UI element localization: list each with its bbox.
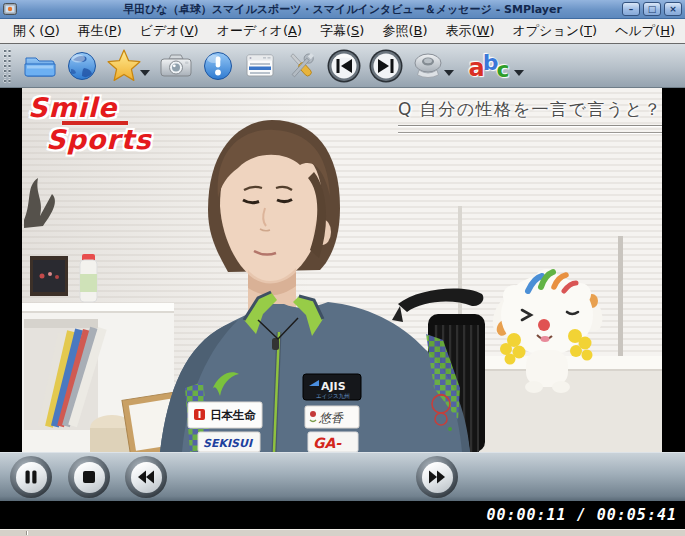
pause-button[interactable]: [10, 456, 52, 498]
svg-text:SEKISUI: SEKISUI: [203, 437, 254, 450]
smplayer-window: 早田ひな（卓球）スマイルスポーツ・スマイルインタビュー＆メッセージ - SMPl…: [0, 0, 685, 536]
window-bottom-frame: [0, 529, 685, 536]
menu-options[interactable]: オプション(T): [503, 19, 606, 43]
previous-icon: [326, 48, 362, 84]
stop-icon: [81, 469, 97, 485]
globe-icon: [65, 49, 99, 83]
favorites-button[interactable]: [105, 46, 143, 86]
playlist-button[interactable]: [241, 46, 279, 86]
playlist-icon: [243, 49, 277, 83]
next-button[interactable]: [367, 46, 405, 86]
plant-silhouette: [24, 178, 55, 228]
minimize-button[interactable]: –: [622, 2, 640, 16]
svg-text:GA-: GA-: [313, 435, 342, 451]
interview-question-caption: Q 自分の性格を一言で言うと？: [398, 98, 662, 133]
fast-forward-button[interactable]: [416, 456, 458, 498]
subtitles-button[interactable]: abc: [461, 46, 517, 86]
preferences-button[interactable]: [283, 46, 321, 86]
titlebar[interactable]: 早田ひな（卓球）スマイルスポーツ・スマイルインタビュー＆メッセージ - SMPl…: [0, 0, 685, 19]
maximize-button[interactable]: □: [643, 2, 661, 16]
menubar: 開く(O) 再生(P) ビデオ(V) オーディオ(A) 字幕(S) 参照(B) …: [0, 19, 685, 44]
menu-subtitles[interactable]: 字幕(S): [311, 19, 373, 43]
patch-sekisui: SEKISUI: [198, 432, 260, 452]
patch-ga: GA-: [308, 432, 358, 452]
status-bar: 00:00:11 / 00:05:41: [0, 501, 685, 529]
close-button[interactable]: ×: [664, 2, 682, 16]
menu-view[interactable]: 表示(W): [436, 19, 503, 43]
video-display[interactable]: AJIS エイジス九州 日本生命 SEKISUI: [22, 88, 662, 452]
patch-ajis: AJIS エイジス九州: [303, 374, 361, 400]
menu-open[interactable]: 開く(O): [4, 19, 69, 43]
star-icon: [106, 49, 142, 83]
caption-underline-2: [398, 132, 662, 133]
favorites-dropdown-caret[interactable]: [140, 70, 150, 76]
stop-button[interactable]: [68, 456, 110, 498]
rewind-button[interactable]: [125, 456, 167, 498]
smile-sports-logo: Smile Sports: [28, 94, 152, 153]
svg-text:日本生命: 日本生命: [210, 408, 257, 422]
statusbar-divider: [26, 531, 27, 535]
menu-play[interactable]: 再生(P): [69, 19, 131, 43]
open-file-button[interactable]: [21, 46, 59, 86]
previous-button[interactable]: [325, 46, 363, 86]
menu-video[interactable]: ビデオ(V): [131, 19, 208, 43]
caption-underline: [398, 125, 662, 126]
screenshot-button[interactable]: [157, 46, 195, 86]
video-area: AJIS エイジス九州 日本生命 SEKISUI: [0, 88, 685, 452]
folder-icon: [23, 49, 57, 83]
window-title: 早田ひな（卓球）スマイルスポーツ・スマイルインタビュー＆メッセージ - SMPl…: [60, 0, 625, 19]
time-display: 00:00:11 / 00:05:41: [486, 501, 677, 529]
next-icon: [368, 48, 404, 84]
subtitles-dropdown-caret[interactable]: [514, 70, 524, 76]
abc-subtitles-icon: abc: [469, 52, 510, 80]
menu-audio[interactable]: オーディオ(A): [208, 19, 311, 43]
patch-yuka: 悠香: [305, 406, 359, 428]
toolbar: abc: [0, 44, 685, 88]
interviewee: AJIS エイジス九州 日本生命 SEKISUI: [160, 120, 470, 452]
tools-icon: [285, 49, 319, 83]
information-button[interactable]: [199, 46, 237, 86]
audio-track-button[interactable]: [409, 46, 447, 86]
fast-forward-icon: [428, 469, 446, 485]
info-icon: [201, 49, 235, 83]
rewind-icon: [137, 469, 155, 485]
svg-text:悠香: 悠香: [318, 411, 344, 425]
speaker-cone-icon: [410, 49, 446, 83]
camera-icon: [159, 49, 193, 83]
menu-browse[interactable]: 参照(B): [373, 19, 436, 43]
svg-text:AJIS: AJIS: [321, 380, 346, 393]
menu-help[interactable]: ヘルプ(H): [606, 19, 684, 43]
open-url-button[interactable]: [63, 46, 101, 86]
pause-icon: [23, 469, 39, 485]
toolbar-drag-handle[interactable]: [3, 49, 12, 83]
audio-dropdown-caret[interactable]: [444, 70, 454, 76]
svg-text:エイジス九州: エイジス九州: [316, 393, 350, 399]
control-bar: [0, 452, 685, 501]
patch-nissay: 日本生命: [188, 402, 262, 428]
smplayer-app-icon: [3, 2, 18, 16]
window-controls: – □ ×: [622, 2, 682, 16]
